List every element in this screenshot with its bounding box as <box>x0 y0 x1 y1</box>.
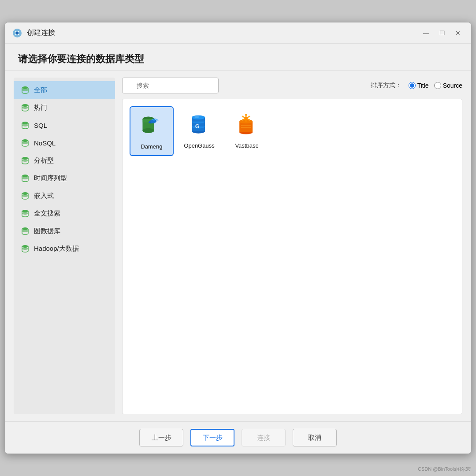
back-button[interactable]: 上一步 <box>139 429 183 446</box>
main-window: 创建连接 — ☐ ✕ 请选择你要连接的数据库类型 全部 <box>4 22 472 454</box>
window-title: 创建连接 <box>27 28 55 37</box>
svg-rect-50 <box>241 127 251 128</box>
minimize-button[interactable]: — <box>420 27 432 39</box>
sidebar-item-timeseries[interactable]: 时间序列型 <box>14 169 115 187</box>
app-icon <box>12 28 22 38</box>
sidebar-label-fulltext: 全文搜索 <box>34 209 60 218</box>
vastbase-label: Vastbase <box>235 142 258 149</box>
maximize-button[interactable]: ☐ <box>436 27 448 39</box>
svg-point-46 <box>242 119 244 121</box>
sort-title-label: Title <box>417 82 429 89</box>
page-heading: 请选择你要连接的数据库类型 <box>5 44 471 70</box>
category-sidebar: 全部 热门 SQL <box>14 78 115 414</box>
toolbar: 🔍 排序方式： Title Source <box>122 78 462 93</box>
sidebar-label-hadoop: Hadoop/大数据 <box>34 245 79 253</box>
sidebar-item-analytics[interactable]: 分析型 <box>14 152 115 169</box>
sort-source-label: Source <box>443 82 462 89</box>
dameng-icon <box>139 114 164 139</box>
database-grid: Dameng <box>122 99 462 414</box>
main-panel: 🔍 排序方式： Title Source <box>115 78 462 414</box>
svg-point-19 <box>22 230 28 232</box>
sidebar-item-all[interactable]: 全部 <box>14 81 115 99</box>
sidebar-label-nosql: NoSQL <box>34 139 56 147</box>
svg-point-21 <box>22 247 28 250</box>
svg-point-17 <box>22 212 28 215</box>
svg-point-35 <box>194 116 199 118</box>
svg-point-13 <box>22 177 28 179</box>
db-icon-popular <box>21 103 30 112</box>
svg-point-5 <box>22 106 28 109</box>
title-bar: 创建连接 — ☐ ✕ <box>5 22 471 44</box>
sidebar-item-graph[interactable]: 图数据库 <box>14 222 115 240</box>
sidebar-label-graph: 图数据库 <box>34 227 60 235</box>
sidebar-label-timeseries: 时间序列型 <box>34 174 67 182</box>
sort-source-radio[interactable] <box>434 82 441 89</box>
search-wrapper: 🔍 <box>122 78 364 93</box>
sort-label: 排序方式： <box>371 82 402 89</box>
svg-point-1 <box>16 32 19 34</box>
svg-point-43 <box>245 114 247 116</box>
sidebar-label-all: 全部 <box>34 86 47 94</box>
db-item-opengauss[interactable]: G OpenGauss <box>177 106 221 156</box>
db-icon-hadoop <box>21 244 30 253</box>
opengauss-label: OpenGauss <box>184 142 214 149</box>
svg-rect-49 <box>241 125 251 126</box>
close-button[interactable]: ✕ <box>452 27 464 39</box>
search-input[interactable] <box>122 78 219 93</box>
sidebar-item-hadoop[interactable]: Hadoop/大数据 <box>14 240 115 257</box>
opengauss-icon: G <box>187 113 212 138</box>
svg-point-45 <box>249 116 250 118</box>
svg-point-27 <box>153 119 156 121</box>
svg-text:G: G <box>195 123 200 130</box>
svg-point-11 <box>22 159 28 162</box>
footer: 上一步 下一步 连接 取消 <box>5 421 471 454</box>
sort-title-radio[interactable] <box>409 82 416 89</box>
svg-point-47 <box>249 119 250 121</box>
svg-point-3 <box>22 89 28 91</box>
opengauss-icon-wrapper: G <box>185 112 213 140</box>
svg-point-7 <box>22 124 28 126</box>
sort-radio-group: Title Source <box>409 82 462 89</box>
sort-title-option[interactable]: Title <box>409 82 429 89</box>
svg-point-9 <box>22 141 28 144</box>
db-icon-embedded <box>21 191 30 200</box>
db-icon-fulltext <box>21 209 30 218</box>
dameng-label: Dameng <box>141 143 162 150</box>
sidebar-item-nosql[interactable]: NoSQL <box>14 134 115 152</box>
db-icon-analytics <box>21 156 30 165</box>
sidebar-item-sql[interactable]: SQL <box>14 116 115 134</box>
db-icon-all <box>21 86 30 94</box>
vastbase-icon <box>234 113 259 138</box>
svg-point-24 <box>142 128 154 133</box>
content-area: 全部 热门 SQL <box>5 71 471 421</box>
next-button[interactable]: 下一步 <box>190 429 234 446</box>
connect-button[interactable]: 连接 <box>242 429 286 446</box>
vastbase-icon-wrapper <box>233 112 261 140</box>
title-bar-left: 创建连接 <box>12 28 55 38</box>
sidebar-item-fulltext[interactable]: 全文搜索 <box>14 205 115 222</box>
sort-source-option[interactable]: Source <box>434 82 462 89</box>
db-item-vastbase[interactable]: Vastbase <box>225 106 269 156</box>
svg-point-48 <box>244 116 247 119</box>
db-icon-sql <box>21 121 30 130</box>
db-icon-timeseries <box>21 174 30 182</box>
svg-point-44 <box>242 116 244 118</box>
db-item-dameng[interactable]: Dameng <box>130 106 174 156</box>
cancel-button[interactable]: 取消 <box>293 429 337 446</box>
sidebar-item-popular[interactable]: 热门 <box>14 99 115 116</box>
dameng-icon-wrapper <box>138 112 166 141</box>
watermark-text: CSDN @BinTools图尔宏 <box>418 466 471 472</box>
sidebar-item-embedded[interactable]: 嵌入式 <box>14 187 115 205</box>
sidebar-label-popular: 热门 <box>34 104 47 112</box>
db-icon-nosql <box>21 138 30 147</box>
db-icon-graph <box>21 227 30 235</box>
sidebar-label-embedded: 嵌入式 <box>34 192 54 200</box>
sidebar-label-sql: SQL <box>34 122 47 129</box>
sidebar-label-analytics: 分析型 <box>34 156 54 165</box>
window-controls: — ☐ ✕ <box>420 27 464 39</box>
svg-point-15 <box>22 194 28 197</box>
